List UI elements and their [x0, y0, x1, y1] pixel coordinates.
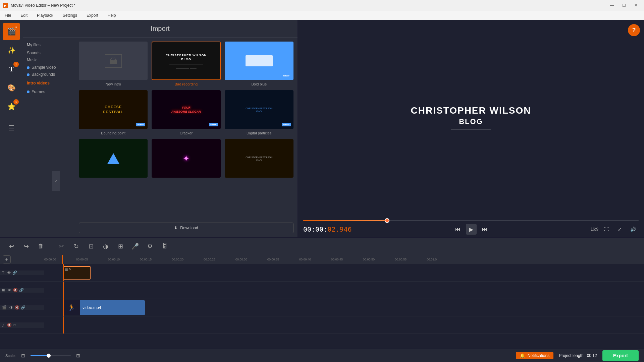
tool-filters[interactable]: ☰ [3, 119, 20, 137]
thumb-row3-3[interactable]: CHRISTOPHER WILSONBLOG [225, 139, 293, 180]
preview-canvas: CHRISTOPHER WILSON BLOG [298, 20, 644, 217]
redo-button[interactable]: ↪ [20, 240, 32, 252]
preview-underline [451, 129, 491, 129]
scale-max-icon[interactable]: ⊞ [76, 353, 80, 358]
timeline-tracks: T 👁 🔗 ▦ ✎ ⊞ 👁 🔇 🔗 [0, 264, 644, 349]
help-button[interactable]: ? [628, 24, 640, 36]
menu-file[interactable]: File [3, 12, 13, 18]
crop-button[interactable]: ⊡ [85, 240, 97, 252]
toolbar-sep-1 [51, 242, 51, 251]
thumb-bold-blue[interactable]: NEW Bold blue [225, 42, 293, 86]
eye-icon-main[interactable]: 👁 [9, 305, 13, 310]
thumb-row3-1[interactable] [79, 139, 148, 180]
video-overlay-track: ⊞ 👁 🔇 🔗 [0, 282, 644, 299]
scale-slider[interactable] [31, 355, 71, 356]
expand-button[interactable]: ⤢ [614, 224, 625, 235]
tick-20: 00:00:20 [172, 258, 204, 261]
scale-min-icon[interactable]: ⊟ [21, 353, 25, 358]
menu-bar: File Edit Playback Settings Export Help [0, 11, 644, 20]
download-label: Download [180, 226, 198, 230]
volume-button[interactable]: 🔊 [628, 224, 639, 235]
link-icon-text[interactable]: 🔗 [12, 270, 17, 275]
playhead-main-track [63, 299, 64, 316]
equalizer-button[interactable]: 🎛 [159, 240, 171, 252]
thumb-img-bold-blue: NEW [225, 42, 293, 80]
tick-5: 00:00:05 [76, 258, 108, 261]
project-length: Project length: 00:12 [559, 353, 597, 358]
zoom-button[interactable]: ⊞ [114, 240, 126, 252]
sidebar-sample-video[interactable]: Sample video [27, 64, 71, 71]
menu-help[interactable]: Help [106, 12, 118, 18]
cut-button[interactable]: ✂ [55, 240, 67, 252]
text-clip[interactable]: ▦ ✎ [63, 266, 91, 280]
preview-title-line1: CHRISTOPHER WILSON [411, 105, 531, 116]
audio-button[interactable]: 🎤 [129, 240, 141, 252]
sidebar-intro-videos[interactable]: Intro videos [27, 80, 71, 87]
preview-controls: 00:00:02.946 ⏮ ▶ ⏭ 16:9 ⛶ ⤢ 🔊 [298, 217, 644, 237]
fullscreen-button[interactable]: ⛶ [601, 224, 612, 235]
eye-icon-overlay[interactable]: 👁 [8, 288, 12, 293]
delete-button[interactable]: 🗑 [35, 240, 47, 252]
thumb-bouncing-point[interactable]: ChEeSEFESTIVAL NEW Bouncing point [79, 90, 148, 135]
tool-titles[interactable]: 1 T [3, 60, 20, 78]
export-button[interactable]: Export [602, 350, 639, 361]
play-button[interactable]: ▶ [466, 224, 477, 235]
link-icon-main[interactable]: 🔗 [21, 305, 25, 310]
menu-edit[interactable]: Edit [18, 12, 30, 18]
sidebar-frames[interactable]: Frames [27, 88, 71, 96]
close-button[interactable]: ✕ [631, 2, 641, 9]
link-icon-overlay[interactable]: 🔗 [19, 288, 24, 292]
sidebar-my-files[interactable]: My files [27, 42, 71, 49]
mute-icon-audio[interactable]: 🔇 [7, 323, 12, 327]
tool-import[interactable]: 1 🎬 [3, 23, 20, 40]
undo-button[interactable]: ↩ [5, 240, 17, 252]
scale-thumb [47, 354, 51, 358]
thumb-row3-2[interactable]: ✦ [152, 139, 220, 180]
progress-bar[interactable] [303, 220, 639, 221]
menu-playback[interactable]: Playback [35, 12, 55, 18]
timeline-playhead [62, 255, 63, 264]
app-icon: ▶ [3, 3, 8, 8]
skip-back-button[interactable]: ⏮ [452, 224, 463, 235]
tick-30: 00:00:30 [235, 258, 267, 261]
menu-settings[interactable]: Settings [61, 12, 79, 18]
menu-export[interactable]: Export [85, 12, 100, 18]
tool-stickers[interactable]: 1 ⭐ [3, 98, 20, 115]
color-button[interactable]: ◑ [100, 240, 112, 252]
thumb-img-digital-particles: CHRISTOPHER WILSONBLOG NEW [225, 90, 293, 129]
import-sidebar: My files Sounds Music Sample video Backg… [23, 38, 75, 237]
video-clip-thumbnail: 🏃 [63, 300, 80, 315]
mute-icon-overlay[interactable]: 🔇 [13, 288, 18, 292]
tool-effects[interactable]: ✨ [3, 42, 20, 59]
status-bar: Scale: ⊟ ⊞ 🔔 Notifications Project lengt… [0, 349, 644, 362]
sidebar-backgrounds[interactable]: Backgrounds [27, 71, 71, 78]
scroll-left-arrow[interactable]: ‹ [52, 171, 60, 191]
video-clip[interactable]: 🏃 video.mp4 [63, 300, 145, 315]
timeline-area: + 00:00:00 00:00:05 00:00:10 00:00:15 00… [0, 255, 644, 349]
scissors-icon-audio[interactable]: ✂ [13, 323, 16, 327]
video-track-icon: 🎬 [2, 305, 7, 310]
main-video-track-controls: 🎬 👁 🔇 🔗 [0, 305, 44, 310]
tool-transitions[interactable]: 🎨 [3, 79, 20, 97]
eye-icon-text[interactable]: 👁 [7, 270, 11, 275]
tick-45: 00:00:45 [331, 258, 363, 261]
thumb-cracker[interactable]: YOURAWESOME SLOGAN NEW Cracker [152, 90, 220, 135]
rotate-button[interactable]: ↻ [70, 240, 82, 252]
download-button[interactable]: ⬇ Download [79, 223, 293, 233]
notifications-button[interactable]: 🔔 Notifications [516, 352, 553, 359]
skip-forward-button[interactable]: ⏭ [479, 224, 490, 235]
mute-icon-main[interactable]: 🔇 [15, 305, 19, 310]
playhead-text-track [63, 264, 64, 281]
add-track-button[interactable]: + [3, 255, 11, 263]
thumb-label-bad-recording: Bad recording [175, 82, 198, 86]
sidebar-music[interactable]: Music [27, 57, 71, 64]
thumb-digital-particles[interactable]: CHRISTOPHER WILSONBLOG NEW Digital parti… [225, 90, 293, 135]
maximize-button[interactable]: ☐ [619, 2, 629, 9]
thumb-new-intro[interactable]: 🏔 New intro [79, 42, 148, 86]
minimize-button[interactable]: — [606, 2, 617, 9]
sidebar-sounds[interactable]: Sounds [27, 50, 71, 57]
thumbnails-grid: 🏔 New intro CHRISTOPHER WILSONBLOG [79, 42, 293, 180]
audio-track-controls: ♪ 🔇 ✂ [0, 322, 44, 328]
settings-button[interactable]: ⚙ [144, 240, 156, 252]
thumb-bad-recording[interactable]: CHRISTOPHER WILSONBLOG Bad recording [152, 42, 220, 86]
